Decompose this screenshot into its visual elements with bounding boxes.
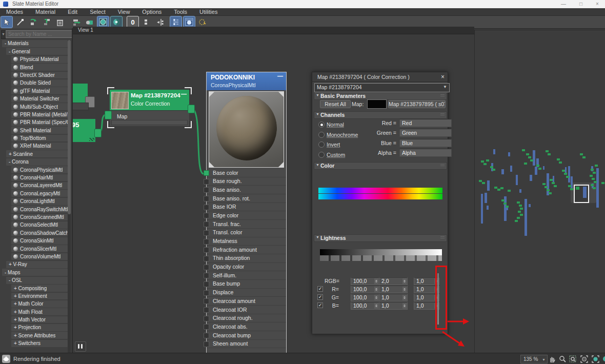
spinner-field[interactable]: 1,0 — [379, 286, 408, 293]
rollout-lightness[interactable]: ▼ Lightness — [314, 234, 447, 242]
browser-item-coronarayswitchmtl[interactable]: CoronaRaySwitchMtl — [11, 206, 68, 213]
navigator-material-node[interactable] — [516, 175, 518, 185]
slot-input-socket[interactable] — [204, 273, 209, 278]
browser-item-directx-shader[interactable]: DirectX Shader — [11, 72, 68, 79]
select-tool-icon[interactable] — [1, 16, 12, 28]
spinner-arrows-icon[interactable] — [402, 287, 407, 292]
channel-field-alpha[interactable]: Alpha — [399, 149, 452, 157]
slot-clearcoat-bump[interactable]: Clearcoat bump — [207, 331, 286, 340]
spinner-arrows-icon[interactable] — [374, 278, 378, 284]
browser-item-coronavolumemtl[interactable]: CoronaVolumeMtl — [11, 253, 68, 260]
browser-item-coronalightmtl[interactable]: CoronaLightMtl — [11, 198, 68, 205]
navigator-material-node[interactable] — [510, 166, 512, 172]
browser-group-math-vector[interactable]: + Math Vector — [11, 316, 68, 323]
navigator-selected-node[interactable] — [574, 185, 589, 203]
menu-options[interactable]: Options — [136, 8, 168, 15]
pan-selected-icon[interactable] — [601, 354, 605, 363]
browser-scrollbar[interactable] — [68, 40, 71, 353]
browser-group-switchers[interactable]: + Switchers — [11, 340, 68, 347]
slot-input-socket[interactable] — [204, 281, 209, 287]
browser-item-pbr-material-spec-gloss-[interactable]: PBR Material (Spec/Gloss) — [11, 119, 68, 126]
navigator-map-node[interactable] — [570, 188, 573, 190]
navigator-material-node[interactable] — [568, 166, 570, 183]
slot-base-rough-[interactable]: Base rough. — [207, 177, 286, 186]
move-children-icon[interactable] — [71, 16, 82, 28]
align-nodes-icon[interactable] — [154, 16, 165, 28]
browser-item-physical-material[interactable]: Physical Material — [11, 56, 68, 63]
navigator-map-node[interactable] — [591, 184, 594, 186]
navigator-map-node[interactable] — [580, 153, 583, 155]
menu-material[interactable]: Material — [29, 8, 62, 15]
browser-group-environment[interactable]: + Environment — [11, 293, 68, 300]
zoom-level-dropdown[interactable]: 135 %▼ — [520, 355, 548, 363]
rollout-basic-parameters[interactable]: ▼ Basic Parameters — [314, 92, 447, 100]
navigator-map-node[interactable] — [594, 181, 597, 183]
node-material-podokonniki[interactable]: PODOKONNIKI CoronaPhysicalMtl — Base col… — [206, 72, 287, 353]
browser-group-projection[interactable]: + Projection — [11, 324, 68, 331]
cc-input-socket[interactable] — [105, 111, 112, 119]
slot-input-socket[interactable] — [204, 187, 209, 193]
basic-map-color-swatch[interactable] — [367, 99, 387, 109]
browser-group-corona[interactable]: - Corona — [6, 158, 68, 166]
browser-item-xref-material[interactable]: XRef Material — [11, 143, 68, 150]
browser-group-scanline[interactable]: + Scanline — [6, 150, 68, 157]
layout-all-icon[interactable] — [170, 16, 182, 28]
browser-item-coronalegacymtl[interactable]: CoronaLegacyMtl — [11, 190, 68, 197]
assign-material-to-selection-icon[interactable] — [28, 16, 39, 28]
slot-input-socket[interactable] — [204, 324, 209, 330]
slot-clearcoat-ior[interactable]: Clearcoat IOR — [207, 306, 286, 314]
tab-view1[interactable]: View 1 — [78, 27, 93, 33]
navigator-map-node[interactable] — [518, 211, 521, 213]
browser-group-math-color[interactable]: + Math Color — [11, 300, 68, 308]
slot-opacity-color[interactable]: Opacity color — [207, 263, 286, 272]
slot-input-socket[interactable] — [204, 213, 209, 218]
navigator-material-node[interactable] — [543, 166, 544, 170]
spinner-field[interactable]: 1,0 — [379, 302, 408, 310]
zoom-region-icon[interactable] — [568, 354, 577, 363]
slot-input-socket[interactable] — [204, 230, 209, 236]
browser-group-math-float[interactable]: + Math Float — [11, 308, 68, 315]
menu-view[interactable]: View — [112, 8, 136, 15]
zero-smoothing-icon[interactable]: 0 — [127, 16, 138, 28]
navigator-map-node[interactable] — [546, 150, 549, 152]
navigator-map-node[interactable] — [593, 172, 596, 174]
put-material-to-scene-icon[interactable] — [41, 16, 52, 28]
navigator-material-node[interactable] — [508, 152, 510, 156]
slot-refraction-amount[interactable]: Refraction amount — [207, 246, 286, 254]
navigator-map-node[interactable] — [486, 159, 489, 161]
node-map95-output-socket[interactable] — [94, 129, 102, 137]
channel-field-red[interactable]: Red — [399, 119, 452, 127]
slot-clearcoat-amount[interactable]: Clearcoat amount — [207, 297, 286, 306]
spinner-field[interactable]: 100,0 — [351, 302, 379, 310]
browser-group-general[interactable]: - General — [6, 48, 68, 55]
navigator-map-node[interactable] — [520, 208, 523, 210]
slot-input-socket[interactable] — [204, 256, 209, 261]
map-button[interactable]: Map #2138797895 ( s075 — [388, 100, 446, 108]
navigator-map-node[interactable] — [568, 185, 571, 187]
navigator-map-node[interactable] — [564, 173, 567, 175]
browser-item-shell-material[interactable]: Shell Material — [11, 127, 68, 134]
navigator-map-node[interactable] — [519, 205, 522, 207]
browser-item-gltf-material[interactable]: glTF Material — [11, 87, 68, 94]
navigator-map-node[interactable] — [595, 165, 598, 167]
slot-base-bump[interactable]: Base bump — [207, 280, 286, 289]
zoom-extents-icon[interactable] — [579, 354, 589, 363]
channel-checkbox[interactable]: ✓ — [317, 302, 323, 308]
navigator-map-node[interactable] — [520, 214, 523, 216]
navigator-material-node[interactable] — [487, 206, 489, 210]
spinner-arrows-icon[interactable] — [402, 278, 407, 284]
browser-group-compositing[interactable]: + Compositing — [11, 285, 68, 292]
rollout-color[interactable]: ▼ Color — [314, 162, 447, 170]
navigator-map-node[interactable] — [592, 178, 595, 180]
slot-input-socket[interactable] — [204, 239, 209, 245]
browser-item-multi-sub-object[interactable]: Multi/Sub-Object — [11, 103, 68, 110]
navigator-map-node[interactable] — [508, 190, 511, 192]
channel-radio-normal[interactable] — [318, 122, 325, 128]
slot-thin-absorption[interactable]: Thin absorption — [207, 254, 286, 263]
navigator-map-node[interactable] — [492, 169, 495, 171]
browser-item-double-sided[interactable]: Double Sided — [11, 79, 68, 87]
navigator-material-node[interactable] — [529, 204, 531, 207]
navigator-map-node[interactable] — [601, 182, 604, 184]
browser-item-coronalayeredmtl[interactable]: CoronaLayeredMtl — [11, 182, 68, 189]
browser-group-materials[interactable]: - Materials — [2, 40, 68, 47]
